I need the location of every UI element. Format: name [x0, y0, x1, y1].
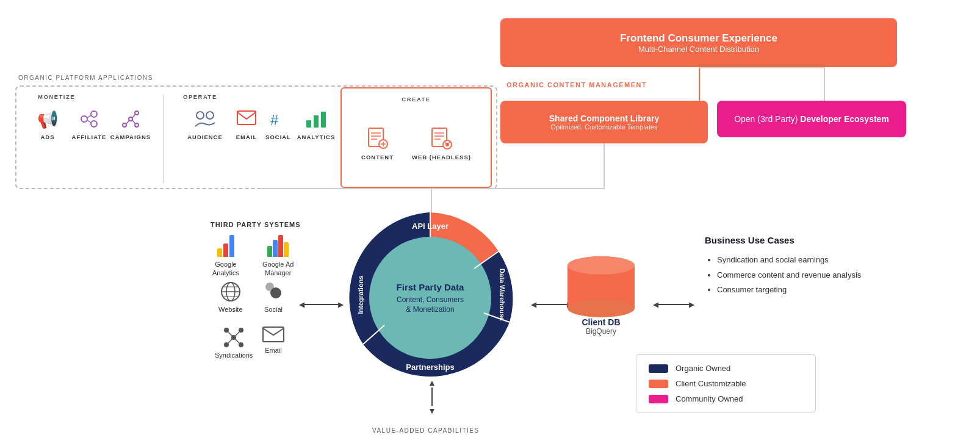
affiliate-icon-item: AFFILIATE — [67, 107, 111, 140]
shared-connector-v — [603, 143, 605, 189]
email-tp-label: Email — [265, 347, 282, 354]
legend-swatch-3 — [649, 395, 668, 403]
dev-ecosystem-label: Developer Ecosystem — [800, 114, 889, 124]
website-item: Website — [218, 281, 243, 313]
client-db-text: Client DB BigQuery — [582, 317, 621, 336]
ga-label: GoogleAnalytics — [212, 260, 239, 278]
svg-text:First Party Data: First Party Data — [397, 282, 465, 292]
arrow-left2: ◀ — [531, 300, 536, 309]
open-label: Open — [734, 114, 755, 124]
arrow-line2 — [536, 304, 567, 305]
audience-label: AUDIENCE — [187, 134, 223, 140]
arrow-vert-line — [431, 388, 433, 406]
third-party-label: (3rd Party) — [757, 114, 800, 124]
google-analytics-item: GoogleAnalytics — [212, 235, 239, 278]
svg-point-5 — [123, 123, 126, 127]
buc-item-1: Syndication and social earnings — [717, 253, 861, 268]
create-label: CREATE — [402, 96, 430, 103]
shared-title: Shared Component Library — [549, 114, 659, 123]
google-ad-manager-item: Google AdManager — [262, 235, 294, 278]
svg-rect-18 — [321, 112, 326, 128]
legend-label-3: Community Owned — [676, 394, 743, 403]
client-db-subtitle: BigQuery — [582, 327, 621, 336]
website-icon — [220, 281, 242, 303]
svg-line-48 — [226, 337, 234, 345]
client-db-container: Client DB BigQuery — [564, 253, 638, 336]
create-icons-row: CONTENT WEB (HEADLESS) — [361, 127, 471, 160]
legend-item-1: Organic Owned — [649, 364, 803, 373]
svg-line-4 — [87, 120, 91, 123]
frontend-subtitle: Multi-Channel Content Distribution — [638, 45, 759, 54]
h-connector-top — [261, 188, 431, 189]
syndications-item: Syndications — [215, 326, 253, 359]
frontend-box: Frontend Consumer Experience Multi-Chann… — [500, 18, 897, 67]
email-op-label: EMAIL — [236, 134, 258, 140]
svg-text:API Layer: API Layer — [412, 222, 449, 231]
buc-item-2: Commerce content and revenue analysis — [717, 268, 861, 283]
svg-text:Partnerships: Partnerships — [406, 362, 454, 372]
svg-line-49 — [234, 337, 241, 345]
legend-item-2: Client Customizable — [649, 379, 803, 388]
svg-text:Integrations: Integrations — [357, 276, 364, 314]
shared-subtitle: Optimized, Customizable Templates — [550, 123, 657, 131]
affiliate-icon — [79, 107, 99, 131]
svg-text:Data Warehouse: Data Warehouse — [499, 269, 506, 321]
organic-platform-label: ORGANIC PLATFORM APPLICATIONS — [18, 74, 153, 81]
connector-line-2 — [824, 67, 825, 101]
social-item: Social — [262, 281, 284, 313]
content-label: CONTENT — [361, 154, 394, 160]
content-icon-item: CONTENT — [361, 127, 394, 160]
website-label: Website — [218, 306, 243, 313]
operate-label: OPERATE — [183, 93, 217, 100]
arrow-left3: ◀ — [653, 300, 658, 309]
shared-connector-h — [431, 188, 603, 189]
ads-icon: 📢 — [37, 107, 59, 131]
svg-text:#: # — [270, 112, 279, 128]
arrow-line3 — [658, 304, 689, 305]
svg-text:& Monetization: & Monetization — [406, 305, 454, 314]
arrow-right3: ▶ — [689, 300, 694, 309]
svg-line-47 — [234, 330, 241, 337]
analytics-op-icon — [305, 107, 327, 131]
content-icon — [366, 127, 389, 150]
shared-component-box: Shared Component Library Optimized, Cust… — [500, 101, 708, 143]
google-ad-manager-icon — [267, 235, 289, 257]
syndications-icon — [223, 326, 245, 348]
bottom-arrow: ▲ ▼ — [428, 378, 436, 416]
developer-label: Open (3rd Party) Developer Ecosystem — [734, 114, 889, 124]
svg-point-40 — [270, 287, 281, 298]
third-party-label: THIRD PARTY SYSTEMS — [211, 221, 301, 228]
frontend-title: Frontend Consumer Experience — [620, 32, 777, 45]
legend-label-2: Client Customizable — [676, 379, 746, 388]
svg-line-9 — [126, 120, 129, 124]
ads-label: ADS — [40, 134, 54, 140]
arrow-left: ◀ — [299, 300, 304, 309]
google-analytics-icon — [217, 235, 234, 257]
arrow-up: ▲ — [428, 378, 436, 388]
email-tp-icon — [262, 326, 284, 344]
svg-rect-14 — [237, 111, 256, 124]
gam-label: Google AdManager — [262, 260, 294, 278]
social-op-icon: # — [267, 107, 289, 131]
svg-point-66 — [567, 256, 635, 275]
svg-point-1 — [91, 111, 97, 117]
campaigns-icon-item: CAMPAIGNS — [109, 107, 153, 140]
syndications-label: Syndications — [215, 352, 253, 359]
web-label: WEB (HEADLESS) — [412, 154, 471, 160]
svg-point-65 — [567, 299, 635, 317]
create-box: CREATE CONTENT — [340, 87, 492, 188]
web-icon — [430, 127, 453, 150]
business-use-cases: Business Use Cases Syndication and socia… — [705, 235, 861, 298]
email-op-icon — [237, 107, 256, 131]
svg-point-7 — [135, 111, 139, 115]
svg-point-2 — [91, 121, 97, 127]
organic-content-label: ORGANIC CONTENT MANAGEMENT — [506, 81, 647, 88]
analytics-op-label: ANALYTICS — [297, 134, 336, 140]
svg-line-10 — [132, 115, 135, 118]
svg-line-3 — [87, 115, 91, 118]
social-op-label: SOCIAL — [265, 134, 291, 140]
section-divider-1 — [164, 95, 164, 183]
buc-item-3: Consumer targeting — [717, 283, 861, 298]
social-tp-icon — [262, 281, 284, 303]
svg-line-46 — [226, 330, 234, 337]
